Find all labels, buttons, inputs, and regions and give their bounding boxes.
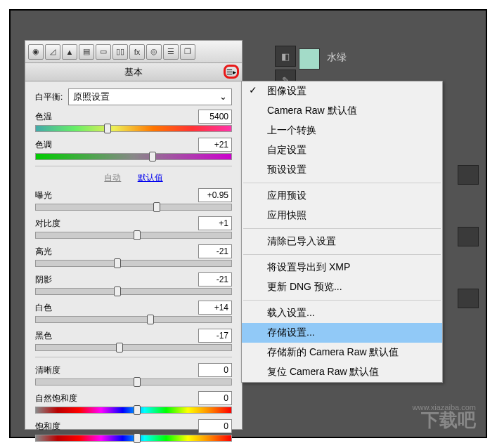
snapshots-icon[interactable]: ❐ <box>180 44 195 60</box>
temp-value[interactable]: 5400 <box>198 110 232 124</box>
aperture-icon[interactable]: ◉ <box>28 44 44 60</box>
presets-icon[interactable]: ☰ <box>163 44 179 60</box>
wb-value: 原照设置 <box>73 91 110 103</box>
menu-preset-settings[interactable]: 预设设置 <box>242 160 442 180</box>
blacks-label: 黑色 <box>35 330 52 342</box>
default-link[interactable]: 默认值 <box>138 173 163 183</box>
exposure-label: 曝光 <box>35 190 52 202</box>
auto-link[interactable]: 自动 <box>104 173 121 183</box>
watermark-logo: 下载吧 <box>421 408 476 433</box>
fx-icon[interactable]: fx <box>129 44 145 60</box>
temp-label: 色温 <box>35 111 52 123</box>
contrast-value[interactable]: +1 <box>198 216 232 230</box>
menu-save-new-defaults[interactable]: 存储新的 Camera Raw 默认值 <box>242 343 442 362</box>
hsl-icon[interactable]: ▤ <box>79 44 94 60</box>
flyout-menu-button[interactable]: ☰▸ <box>224 65 239 79</box>
vibrance-slider[interactable] <box>35 407 232 414</box>
shadows-slider[interactable] <box>35 288 232 295</box>
menu-apply-preset[interactable]: 应用预设 <box>242 186 442 206</box>
tint-value[interactable]: +21 <box>198 138 232 152</box>
contrast-slider[interactable] <box>35 232 232 239</box>
vibrance-value[interactable]: 0 <box>198 391 232 405</box>
menu-update-dng[interactable]: 更新 DNG 预览... <box>242 277 442 297</box>
clarity-label: 清晰度 <box>35 364 60 376</box>
shadows-label: 阴影 <box>35 274 52 286</box>
shadows-value[interactable]: -21 <box>198 272 232 286</box>
menu-camera-raw-defaults[interactable]: Camera Raw 默认值 <box>242 101 442 121</box>
lens-icon[interactable]: ▯▯ <box>112 44 128 60</box>
curve-icon[interactable]: ◿ <box>45 44 60 60</box>
exposure-value[interactable]: +0.95 <box>198 188 232 202</box>
menu-image-settings[interactable]: ✓图像设置 <box>242 81 442 101</box>
highlights-label: 高光 <box>35 246 52 258</box>
panel-icon-1[interactable] <box>458 165 479 185</box>
blacks-slider[interactable] <box>35 344 232 351</box>
wb-dropdown[interactable]: 原照设置 <box>68 88 232 105</box>
whites-value[interactable]: +14 <box>198 301 232 315</box>
contrast-label: 对比度 <box>35 218 60 230</box>
menu-save-settings[interactable]: 存储设置... <box>242 323 442 343</box>
clarity-slider[interactable] <box>35 378 232 386</box>
tint-slider[interactable] <box>35 153 232 160</box>
highlights-value[interactable]: -21 <box>198 244 232 258</box>
panel-icon-2[interactable] <box>458 227 479 246</box>
detail-icon[interactable]: ▲ <box>62 44 77 60</box>
wb-label: 白平衡: <box>35 91 63 103</box>
panel-toolbar: ◉ ◿ ▲ ▤ ▭ ▯▯ fx ◎ ☰ ❐ <box>25 41 242 63</box>
menu-apply-snapshot[interactable]: 应用快照 <box>242 206 442 225</box>
panel-icon-3[interactable] <box>458 289 479 308</box>
menu-reset-defaults[interactable]: 复位 Camera Raw 默认值 <box>242 362 442 382</box>
menu-prev-conversion[interactable]: 上一个转换 <box>242 121 442 140</box>
saturation-value[interactable]: 0 <box>198 419 232 433</box>
clarity-value[interactable]: 0 <box>198 363 232 377</box>
flyout-menu: ✓图像设置 Camera Raw 默认值 上一个转换 自定设置 预设设置 应用预… <box>241 81 443 383</box>
panel-title-bar: 基本 ☰▸ <box>25 63 242 81</box>
vibrance-label: 自然饱和度 <box>35 393 77 404</box>
temp-slider[interactable] <box>35 125 232 132</box>
exposure-slider[interactable] <box>35 204 232 211</box>
tint-label: 色调 <box>35 139 52 151</box>
menu-clear-imported[interactable]: 清除已导入设置 <box>242 232 442 251</box>
whites-slider[interactable] <box>35 316 232 323</box>
saturation-label: 饱和度 <box>35 421 60 433</box>
tool-icon[interactable]: ◧ <box>275 46 296 67</box>
camera-icon[interactable]: ◎ <box>146 44 162 60</box>
whites-label: 白色 <box>35 302 52 314</box>
saturation-slider[interactable] <box>35 435 232 442</box>
swatch-label: 水绿 <box>327 51 347 64</box>
menu-export-xmp[interactable]: 将设置导出到 XMP <box>242 258 442 277</box>
color-swatch[interactable] <box>299 48 320 70</box>
basic-panel: ◉ ◿ ▲ ▤ ▭ ▯▯ fx ◎ ☰ ❐ 基本 ☰▸ 白平衡: 原照设置 色温… <box>25 40 243 430</box>
highlights-slider[interactable] <box>35 260 232 267</box>
split-icon[interactable]: ▭ <box>96 44 111 60</box>
menu-custom-settings[interactable]: 自定设置 <box>242 140 442 160</box>
auto-default-links: 自动 默认值 <box>35 172 232 184</box>
menu-load-settings[interactable]: 载入设置... <box>242 303 442 323</box>
check-icon: ✓ <box>249 84 257 95</box>
panel-title: 基本 <box>124 66 143 79</box>
blacks-value[interactable]: -17 <box>198 329 232 343</box>
